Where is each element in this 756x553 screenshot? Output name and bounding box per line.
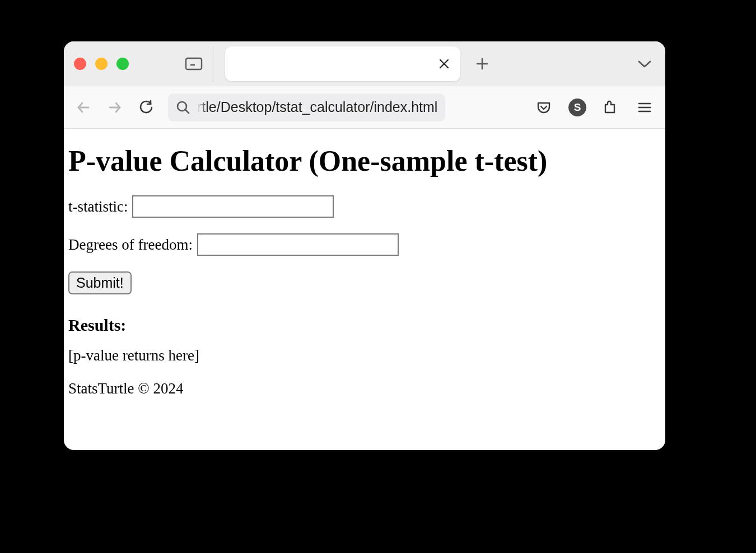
window-maximize-button[interactable]	[116, 58, 129, 70]
tabs-dropdown-icon[interactable]	[636, 58, 653, 69]
new-tab-button[interactable]	[472, 53, 493, 74]
tstat-label: t-statistic:	[68, 198, 128, 215]
account-badge: S	[568, 99, 586, 116]
hamburger-menu-icon[interactable]	[634, 97, 655, 118]
address-bar[interactable]: rtle/Desktop/tstat_calculator/index.html	[168, 93, 445, 121]
search-icon	[176, 100, 190, 115]
sidebar-toggle-icon[interactable]	[185, 56, 203, 72]
browser-tab[interactable]	[225, 46, 460, 81]
df-label: Degrees of freedom:	[68, 236, 193, 254]
page-content: P-value Calculator (One-sample t-test) t…	[64, 129, 665, 419]
window-minimize-button[interactable]	[95, 58, 108, 70]
tstat-input[interactable]	[132, 195, 334, 218]
window-close-button[interactable]	[74, 58, 86, 70]
results-heading: Results:	[68, 316, 661, 335]
extensions-icon[interactable]	[600, 97, 622, 118]
page-heading: P-value Calculator (One-sample t-test)	[68, 144, 661, 177]
submit-button[interactable]: Submit!	[68, 271, 132, 294]
window-titlebar	[64, 41, 665, 86]
results-placeholder-text: [p-value returns here]	[68, 347, 661, 364]
svg-rect-0	[186, 58, 202, 69]
address-bar-text: rtle/Desktop/tstat_calculator/index.html	[197, 99, 437, 115]
df-row: Degrees of freedom:	[68, 233, 661, 256]
df-input[interactable]	[197, 233, 399, 256]
account-icon[interactable]: S	[567, 97, 588, 118]
tab-close-icon[interactable]	[438, 58, 450, 70]
pocket-icon[interactable]	[533, 97, 554, 118]
window-controls	[74, 58, 129, 70]
tab-strip	[225, 41, 493, 86]
nav-reload-button[interactable]	[137, 98, 156, 117]
browser-window: rtle/Desktop/tstat_calculator/index.html…	[64, 41, 665, 450]
nav-back-button[interactable]	[74, 98, 93, 117]
tab-divider	[213, 46, 213, 82]
tstat-row: t-statistic:	[68, 195, 661, 218]
svg-line-9	[185, 110, 189, 113]
nav-forward-button[interactable]	[105, 98, 124, 117]
browser-toolbar: rtle/Desktop/tstat_calculator/index.html…	[64, 86, 665, 129]
footer-text: StatsTurtle © 2024	[68, 380, 661, 397]
